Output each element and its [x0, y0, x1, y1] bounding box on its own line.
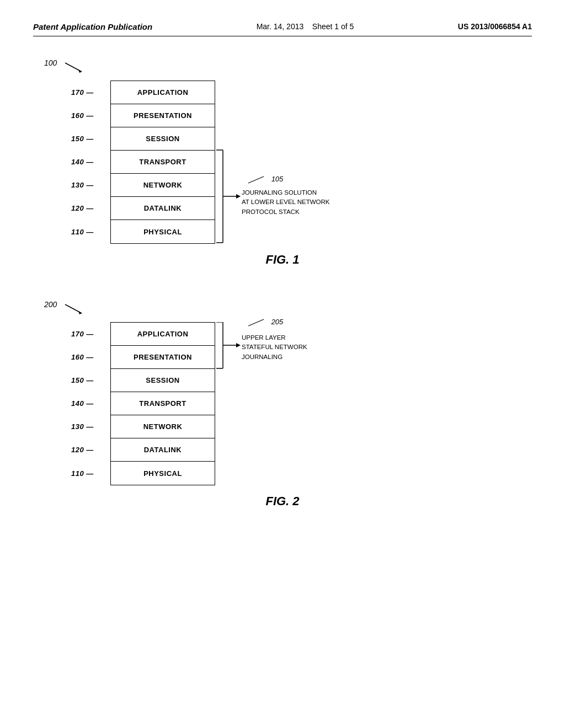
fig1-bracket-svg: [215, 81, 248, 243]
fig2-bracket-area: 205 UPPER LAYER STATEFUL NETWORK JOURNAL…: [215, 322, 248, 485]
layer-session: 150 — SESSION: [111, 127, 215, 151]
publication-label: Patent Application Publication: [33, 22, 152, 31]
fig1-bracket-ref: 105: [247, 174, 283, 185]
f2-label-120: 120 —: [71, 446, 94, 454]
layer-datalink: 120 — DATALINK: [111, 197, 215, 220]
label-170: 170 —: [71, 88, 94, 97]
f2-layer-transport: 140 — TRANSPORT: [111, 392, 215, 415]
fig1-bracket-area: 105 JOURNALING SOLUTION AT LOWER LEVEL N…: [215, 81, 248, 243]
f2-layer-session: 150 — SESSION: [111, 369, 215, 392]
layer-transport: 140 — TRANSPORT: [111, 151, 215, 174]
fig1-annotation: 105 JOURNALING SOLUTION AT LOWER LEVEL N…: [242, 188, 330, 217]
svg-marker-6: [236, 194, 241, 199]
fig2-section: 200 170 — APPLICATION 160 — PRESENT: [33, 300, 532, 508]
fig2-stack: 170 — APPLICATION 160 — PRESENTATION 150…: [110, 322, 215, 485]
layer-physical: 110 — PHYSICAL: [111, 220, 215, 243]
date-sheet-label: Mar. 14, 2013 Sheet 1 of 5: [257, 22, 354, 31]
label-120: 120 —: [71, 204, 94, 212]
fig1-arrow-svg: [54, 58, 87, 75]
fig2-bracket-ref: 205: [247, 317, 283, 328]
label-110: 110 —: [71, 228, 94, 236]
layer-network: 130 — NETWORK: [111, 174, 215, 197]
label-140: 140 —: [71, 158, 94, 166]
f2-label-130: 130 —: [71, 422, 94, 431]
f2-label-140: 140 —: [71, 399, 94, 408]
fig2-ref-arrow: [247, 317, 269, 328]
fig2-label: FIG. 2: [33, 494, 532, 508]
patent-number: US 2013/0066854 A1: [458, 22, 532, 31]
f2-layer-network: 130 — NETWORK: [111, 415, 215, 438]
date-label: Mar. 14, 2013: [257, 22, 304, 31]
page-header: Patent Application Publication Mar. 14, …: [33, 22, 532, 36]
label-160: 160 —: [71, 111, 94, 120]
f2-label-170: 170 —: [71, 330, 94, 338]
f2-layer-application: 170 — APPLICATION: [111, 323, 215, 346]
label-130: 130 —: [71, 181, 94, 189]
layer-presentation: 160 — PRESENTATION: [111, 104, 215, 127]
fig1-label: FIG. 1: [33, 253, 532, 267]
svg-line-7: [248, 176, 264, 183]
sheet-label: Sheet 1 of 5: [312, 22, 354, 31]
f2-layer-datalink: 120 — DATALINK: [111, 438, 215, 462]
svg-marker-14: [236, 343, 241, 347]
patent-page: Patent Application Publication Mar. 14, …: [0, 0, 565, 728]
svg-line-15: [248, 319, 264, 326]
f2-layer-physical: 110 — PHYSICAL: [111, 462, 215, 485]
fig2-arrow-svg: [54, 300, 87, 317]
f2-label-110: 110 —: [71, 469, 94, 478]
f2-label-160: 160 —: [71, 353, 94, 361]
fig2-annotation: 205 UPPER LAYER STATEFUL NETWORK JOURNAL…: [242, 333, 307, 362]
layer-application: 170 — APPLICATION: [111, 81, 215, 104]
label-150: 150 —: [71, 135, 94, 143]
f2-label-150: 150 —: [71, 376, 94, 384]
fig1-stack: 170 — APPLICATION 160 — PRESENTATION 150…: [110, 81, 215, 244]
fig1-ref-arrow: [247, 174, 269, 185]
fig1-section: 100 170 — APPLICATION: [33, 58, 532, 267]
f2-layer-presentation: 160 — PRESENTATION: [111, 346, 215, 369]
